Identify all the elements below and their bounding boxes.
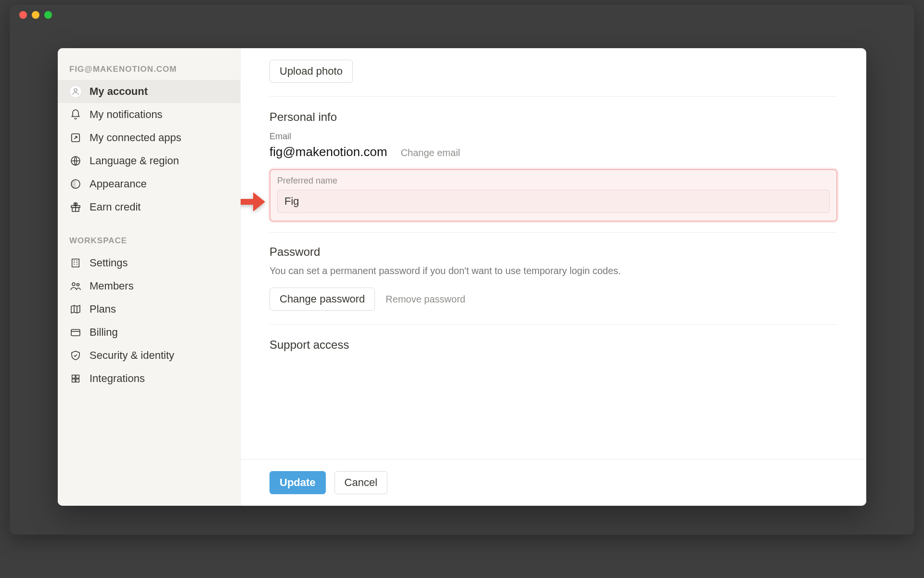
sidebar-item-appearance[interactable]: Appearance: [58, 172, 240, 196]
svg-point-7: [72, 283, 75, 286]
svg-point-0: [74, 89, 77, 92]
sidebar-item-members[interactable]: Members: [58, 275, 240, 298]
settings-main-scroll: Upload photo Personal info Email fig@mak…: [241, 48, 866, 459]
svg-rect-12: [72, 379, 75, 382]
sidebar-item-label: Appearance: [90, 178, 231, 190]
bell-icon: [69, 108, 82, 121]
cancel-button[interactable]: Cancel: [334, 471, 387, 494]
sidebar-account-header: FIG@MAKENOTION.COM: [58, 57, 240, 80]
mac-window: FIG@MAKENOTION.COM My account My notific…: [10, 5, 914, 535]
window-titlebar: [10, 5, 914, 25]
sidebar-workspace-header: WORKSPACE: [58, 228, 240, 251]
grid-icon: [69, 372, 82, 385]
email-row: fig@makenotion.com Change email: [270, 144, 837, 159]
external-link-icon: [69, 131, 82, 144]
spacer: [270, 352, 837, 361]
window-minimize-dot[interactable]: [32, 11, 39, 19]
settings-modal: FIG@MAKENOTION.COM My account My notific…: [58, 48, 866, 506]
sidebar-item-label: My connected apps: [90, 131, 231, 144]
svg-rect-6: [72, 259, 79, 267]
email-value: fig@makenotion.com: [270, 144, 387, 159]
sidebar-item-security[interactable]: Security & identity: [58, 344, 240, 367]
window-close-dot[interactable]: [19, 11, 27, 19]
settings-footer: Update Cancel: [241, 459, 866, 506]
callout-arrow-icon: [241, 187, 268, 216]
window-zoom-dot[interactable]: [44, 11, 52, 19]
personal-info-title: Personal info: [270, 110, 837, 124]
sidebar-item-label: Earn credit: [90, 201, 231, 213]
sidebar-item-settings[interactable]: Settings: [58, 251, 240, 275]
globe-icon: [69, 155, 82, 167]
sidebar-item-my-account[interactable]: My account: [58, 80, 240, 103]
email-label: Email: [270, 131, 837, 142]
divider: [270, 96, 837, 97]
divider: [270, 324, 837, 325]
gift-icon: [69, 201, 82, 213]
sidebar-item-language-region[interactable]: Language & region: [58, 149, 240, 172]
sidebar-item-connected-apps[interactable]: My connected apps: [58, 126, 240, 149]
password-title: Password: [270, 245, 837, 259]
password-actions: Change password Remove password: [270, 288, 837, 311]
members-icon: [69, 280, 82, 292]
sidebar-item-label: My account: [90, 85, 231, 98]
avatar-icon: [69, 85, 82, 98]
divider: [270, 232, 837, 233]
support-access-title: Support access: [270, 338, 837, 352]
sidebar-item-billing[interactable]: Billing: [58, 321, 240, 344]
change-password-button[interactable]: Change password: [270, 288, 375, 311]
svg-point-8: [77, 284, 79, 286]
sidebar-item-integrations[interactable]: Integrations: [58, 367, 240, 390]
svg-rect-9: [71, 329, 80, 336]
password-description: You can set a permanent password if you …: [270, 263, 664, 278]
remove-password-link[interactable]: Remove password: [385, 294, 465, 305]
sidebar-item-plans[interactable]: Plans: [58, 298, 240, 321]
preferred-name-frame: Preferred name: [270, 169, 837, 222]
sidebar-item-label: Plans: [90, 303, 231, 315]
sidebar-item-label: Members: [90, 280, 231, 292]
sidebar-item-label: Security & identity: [90, 349, 231, 362]
sidebar-item-my-notifications[interactable]: My notifications: [58, 103, 240, 126]
svg-rect-10: [72, 375, 75, 378]
svg-rect-11: [76, 375, 79, 378]
map-icon: [69, 303, 82, 315]
settings-sidebar: FIG@MAKENOTION.COM My account My notific…: [58, 48, 241, 506]
shield-icon: [69, 349, 82, 362]
change-email-link[interactable]: Change email: [401, 147, 460, 158]
preferred-name-highlight: Preferred name: [270, 169, 837, 222]
preferred-name-label: Preferred name: [277, 176, 830, 186]
sidebar-item-label: Language & region: [90, 155, 231, 167]
sidebar-item-label: Billing: [90, 326, 231, 339]
svg-rect-13: [76, 379, 79, 382]
credit-card-icon: [69, 326, 82, 339]
building-icon: [69, 257, 82, 269]
sidebar-item-label: Settings: [90, 257, 231, 269]
settings-main: Upload photo Personal info Email fig@mak…: [241, 48, 866, 506]
preferred-name-input[interactable]: [277, 190, 830, 213]
sidebar-item-earn-credit[interactable]: Earn credit: [58, 196, 240, 219]
update-button[interactable]: Update: [270, 471, 326, 494]
sidebar-item-label: Integrations: [90, 372, 231, 385]
moon-icon: [69, 178, 82, 190]
upload-photo-button[interactable]: Upload photo: [270, 60, 353, 83]
sidebar-item-label: My notifications: [90, 108, 231, 121]
